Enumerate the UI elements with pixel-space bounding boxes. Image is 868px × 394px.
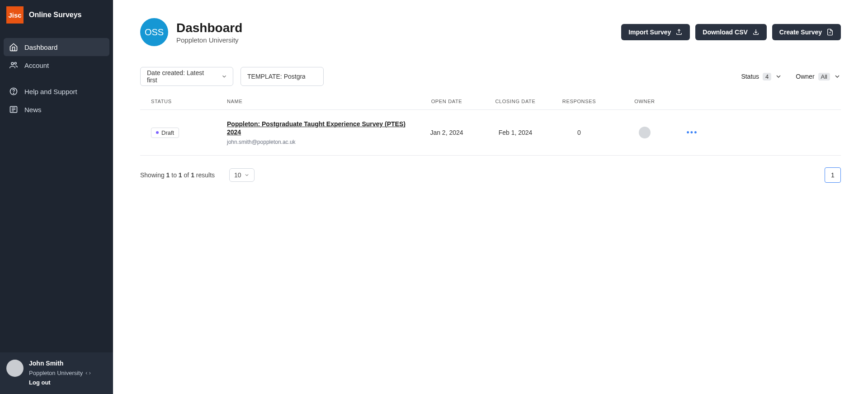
chevron-down-icon xyxy=(775,73,782,80)
chevron-down-icon xyxy=(244,172,250,178)
page-number-1[interactable]: 1 xyxy=(825,167,841,183)
svg-point-0 xyxy=(11,62,14,65)
page-title: Dashboard xyxy=(176,21,242,35)
col-owner: OWNER xyxy=(609,99,681,104)
user-org-label: Poppleton University xyxy=(29,370,83,376)
user-info: John Smith Poppleton University Log out xyxy=(29,360,107,386)
pagination: Showing 1 to 1 of 1 results 10 1 xyxy=(140,167,841,183)
download-csv-button[interactable]: Download CSV xyxy=(695,24,767,40)
brand: Jisc Online Surveys xyxy=(0,0,113,30)
sidebar-item-help[interactable]: Help and Support xyxy=(4,82,109,100)
search-input[interactable] xyxy=(247,73,305,80)
survey-table: STATUS NAME OPEN DATE CLOSING DATE RESPO… xyxy=(140,99,841,156)
document-icon xyxy=(826,28,834,36)
col-name: NAME xyxy=(227,99,412,104)
status-filter-label: Status xyxy=(741,73,759,80)
sidebar-footer: John Smith Poppleton University Log out xyxy=(0,352,113,394)
help-icon xyxy=(9,87,18,96)
owner-avatar xyxy=(639,127,651,138)
page-header: OSS Dashboard Poppleton University Impor… xyxy=(140,18,841,46)
col-closing-date: CLOSING DATE xyxy=(481,99,550,104)
users-icon xyxy=(9,61,18,70)
user-org-selector[interactable]: Poppleton University xyxy=(29,370,107,376)
survey-name-link[interactable]: Poppleton: Postgraduate Taught Experienc… xyxy=(227,120,406,136)
sidebar-nav: Dashboard Account Help and Support News xyxy=(0,30,113,119)
page-size-select[interactable]: 10 xyxy=(229,168,255,182)
create-survey-button[interactable]: Create Survey xyxy=(772,24,841,40)
status-text: Draft xyxy=(161,129,174,136)
sidebar-item-label: Help and Support xyxy=(24,88,77,95)
owner-filter[interactable]: Owner All xyxy=(796,73,841,81)
logout-link[interactable]: Log out xyxy=(29,379,107,386)
svg-point-3 xyxy=(13,93,14,94)
sidebar-item-account[interactable]: Account xyxy=(4,56,109,74)
row-actions-menu[interactable]: ••• xyxy=(681,128,703,138)
owner-filter-value: All xyxy=(818,73,830,81)
svg-point-1 xyxy=(14,62,16,64)
responses-count: 0 xyxy=(550,129,609,136)
sort-label: Date created: Latest first xyxy=(147,69,215,84)
filters-row: Date created: Latest first Status 4 Owne… xyxy=(140,67,841,86)
main-content: OSS Dashboard Poppleton University Impor… xyxy=(113,0,868,394)
page-size-value: 10 xyxy=(234,171,241,179)
showing-text: Showing 1 to 1 of 1 results xyxy=(140,171,215,179)
open-date: Jan 2, 2024 xyxy=(412,129,481,136)
dots-icon: ••• xyxy=(687,128,698,137)
sidebar-item-label: Dashboard xyxy=(24,43,57,51)
download-icon xyxy=(752,28,760,36)
sidebar: Jisc Online Surveys Dashboard Account xyxy=(0,0,113,394)
survey-owner-email: john.smith@poppleton.ac.uk xyxy=(227,139,412,145)
status-filter[interactable]: Status 4 xyxy=(741,73,782,81)
swap-icon xyxy=(85,370,91,376)
table-header: STATUS NAME OPEN DATE CLOSING DATE RESPO… xyxy=(140,99,841,110)
status-dot-icon xyxy=(156,131,159,134)
header-actions: Import Survey Download CSV Create Survey xyxy=(621,24,841,40)
user-avatar xyxy=(6,360,24,377)
user-name: John Smith xyxy=(29,360,107,367)
brand-logo: Jisc xyxy=(6,6,24,24)
chevron-down-icon xyxy=(221,73,227,80)
upload-icon xyxy=(675,28,683,36)
owner-filter-label: Owner xyxy=(796,73,814,80)
sidebar-item-label: Account xyxy=(24,62,49,69)
sidebar-item-news[interactable]: News xyxy=(4,100,109,119)
search-input-wrapper xyxy=(241,67,324,86)
org-avatar: OSS xyxy=(140,18,168,46)
sidebar-item-dashboard[interactable]: Dashboard xyxy=(4,38,109,56)
button-label: Create Survey xyxy=(779,28,822,36)
page-subtitle: Poppleton University xyxy=(176,36,242,44)
col-responses: RESPONSES xyxy=(550,99,609,104)
table-row: Draft Poppleton: Postgraduate Taught Exp… xyxy=(140,110,841,156)
brand-title: Online Surveys xyxy=(29,11,82,19)
col-open-date: OPEN DATE xyxy=(412,99,481,104)
newspaper-icon xyxy=(9,105,18,114)
button-label: Download CSV xyxy=(703,28,748,36)
status-filter-count: 4 xyxy=(763,73,771,81)
col-status: STATUS xyxy=(151,99,227,104)
close-date: Feb 1, 2024 xyxy=(481,129,550,136)
sidebar-item-label: News xyxy=(24,106,42,114)
chevron-down-icon xyxy=(834,73,841,80)
home-icon xyxy=(9,43,18,52)
status-chip: Draft xyxy=(151,128,179,138)
button-label: Import Survey xyxy=(628,28,671,36)
import-survey-button[interactable]: Import Survey xyxy=(621,24,690,40)
sort-select[interactable]: Date created: Latest first xyxy=(140,67,233,86)
